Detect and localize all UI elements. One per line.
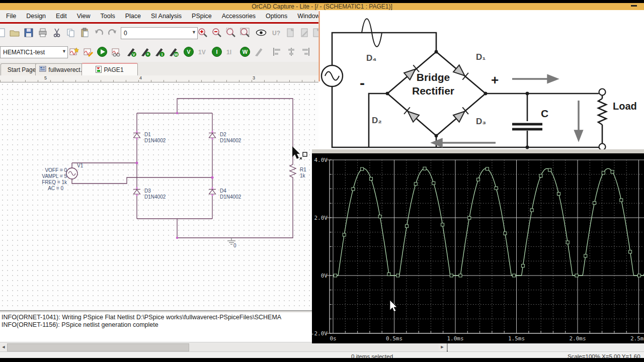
x-tick-label: 2.0ms (569, 335, 586, 342)
y-tick-label: -2.0V (312, 330, 328, 337)
plot-window-edge (312, 149, 644, 153)
bridge-d2-label: D₂ (372, 116, 382, 125)
align-center-icon[interactable] (286, 46, 297, 57)
menu-design[interactable]: Design (21, 11, 51, 21)
snap-to-grid-button-icon[interactable] (256, 27, 267, 38)
session-log[interactable]: INFO(ORNET-1041): Writing PSpice Flat Ne… (0, 312, 318, 342)
letterbox-top (0, 0, 644, 3)
new-document-icon[interactable] (0, 27, 7, 38)
svg-text:W: W (243, 49, 248, 55)
new-simulation-profile-icon[interactable] (68, 46, 79, 57)
ground-label: 0 (233, 243, 236, 248)
v1-ref: V1 (77, 163, 84, 168)
menu-file[interactable]: File (1, 11, 21, 21)
chevron-down-icon[interactable]: ▼ (62, 49, 66, 54)
chevron-down-icon[interactable]: ▼ (192, 30, 196, 35)
redo-button-icon[interactable] (107, 27, 118, 38)
design-rules-button-icon[interactable] (299, 27, 310, 38)
run-pspice-icon[interactable] (97, 46, 108, 57)
x-tick-label: 1.0ms (447, 335, 463, 342)
svg-text:I: I (162, 52, 163, 57)
svg-text:V: V (132, 52, 135, 57)
junction-dots (135, 112, 213, 239)
zoom-level-combobox[interactable]: 0 ▼ (121, 27, 198, 39)
d2-model: D1N4002 (220, 138, 242, 143)
ruler-number: 4 (139, 75, 142, 80)
edit-simulation-profile-icon[interactable] (83, 46, 94, 57)
ruler-number: 5 (44, 75, 47, 80)
view-simulation-results-icon[interactable] (111, 46, 122, 57)
svg-text:V: V (187, 49, 191, 55)
zoom-level-value: 0 (124, 30, 127, 37)
zoom-in-button-icon[interactable] (197, 27, 208, 38)
zoom-fit-button-icon[interactable] (239, 27, 251, 38)
zoom-out-button-icon[interactable] (211, 27, 222, 38)
paste-button-icon[interactable] (79, 27, 91, 38)
svg-text:I: I (216, 49, 217, 55)
bridge-wires (332, 33, 606, 147)
marker-list-icon[interactable] (254, 46, 265, 57)
enable-bias-current-icon[interactable]: I (211, 46, 222, 57)
menu-edit[interactable]: Edit (51, 11, 72, 21)
voltage-differential-marker-icon[interactable]: + (140, 46, 151, 57)
letterbox-bottom (0, 358, 644, 362)
title-bar: OrCAD Capture - Lite - [/ - (SCHEMATIC1 … (0, 3, 644, 10)
edge-artifact (319, 11, 320, 81)
back-annotate-button-icon[interactable] (285, 27, 296, 38)
r1-ref: R1 (300, 167, 306, 172)
bridge-rectifier-figure: D₄ D₁ D₂ D₃ Bridge Rectifier - + C Load (318, 10, 644, 151)
current-arrows (433, 75, 582, 146)
cut-button-icon[interactable] (51, 27, 62, 38)
d4-model: D1N4002 (220, 194, 242, 200)
svg-text:1V: 1V (198, 49, 206, 56)
menu-options[interactable]: Options (261, 11, 292, 21)
scroll-right-icon[interactable]: ► (439, 343, 446, 351)
menu-view[interactable]: View (72, 11, 96, 21)
design-icon (39, 66, 46, 73)
align-left-icon[interactable] (272, 46, 283, 57)
menu-si-analysis[interactable]: SI Analysis (146, 11, 187, 21)
undo-button-icon[interactable] (94, 27, 105, 38)
bridge-title-1: Bridge (417, 71, 450, 83)
simulation-profile-combobox[interactable]: HEMATIC1-test ▼ (0, 46, 68, 58)
voltage-marker-icon[interactable]: V (126, 46, 137, 57)
menu-accessories[interactable]: Accessories (217, 11, 261, 21)
current-marker-icon[interactable]: I (154, 46, 165, 57)
save-document-icon[interactable] (23, 27, 34, 38)
capacitor (512, 124, 542, 129)
v1-param-vampl: VAMPL = 5 (42, 173, 67, 179)
power-marker-icon[interactable]: W (168, 46, 179, 57)
tab-label: fullwaverect... (48, 66, 85, 73)
menu-pspice[interactable]: PSpice (187, 11, 217, 21)
log-line: INFO(ORNET-1041): Writing PSpice Flat Ne… (0, 314, 318, 321)
minimize-icon[interactable] (631, 5, 637, 7)
junction-dots (386, 50, 529, 149)
open-document-icon[interactable] (9, 27, 20, 38)
annotate-button-icon[interactable]: U? (271, 27, 282, 38)
x-tick-label: 0.5ms (386, 335, 403, 342)
waveform-plot[interactable]: 4.0V2.0V0V-2.0V0s0.5ms1.0ms1.5ms2.0ms2.5… (312, 153, 644, 343)
ruler-number: 3 (253, 75, 255, 80)
copy-button-icon[interactable] (65, 27, 76, 38)
tab-page1[interactable]: PAGE1 (82, 63, 138, 76)
bridge-d1-label: D₁ (476, 52, 486, 62)
align-right-icon[interactable] (300, 46, 311, 57)
print-button-icon[interactable] (37, 27, 48, 38)
x-tick-label: 2.5ms (630, 335, 644, 342)
load-label: Load (613, 101, 637, 112)
v1-source[interactable] (66, 168, 77, 179)
zoom-area-button-icon[interactable] (225, 27, 236, 38)
d2-ref: D2 (220, 132, 226, 137)
enable-bias-voltage-icon[interactable]: V (183, 46, 194, 57)
toggle-voltage-bias-icon[interactable]: 1V (197, 46, 208, 57)
toggle-current-bias-icon[interactable]: 1I (225, 46, 236, 57)
scrollbar-thumb[interactable] (7, 343, 189, 351)
enable-bias-power-icon[interactable]: W (239, 46, 251, 57)
menu-tools[interactable]: Tools (96, 11, 120, 21)
menu-place[interactable]: Place (120, 11, 146, 21)
diode-d1 (133, 133, 140, 138)
cap-label: C (541, 108, 548, 119)
bridge-d3-label: D₃ (476, 117, 486, 126)
y-tick-label: 0V (321, 273, 328, 279)
scroll-left-icon[interactable]: ◄ (0, 343, 7, 351)
